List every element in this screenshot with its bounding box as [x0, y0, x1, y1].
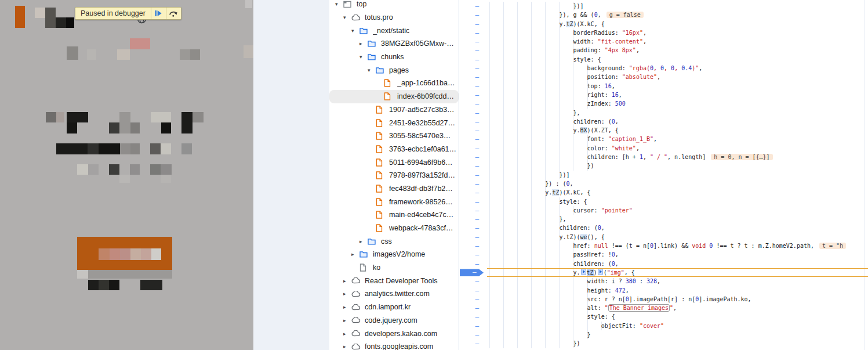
code-line-content[interactable]: height: 472, — [487, 286, 868, 295]
code-line[interactable]: – }) — [459, 161, 868, 170]
tree-item-chunks[interactable]: ▾chunks — [329, 50, 459, 64]
tree-item-css[interactable]: ▸css — [329, 234, 459, 248]
breakpoint-gutter[interactable]: – — [459, 20, 487, 28]
code-line[interactable]: – style: { — [459, 55, 868, 64]
tree-item-3055-58c5470e3-[interactable]: 3055-58c5470e3… — [329, 129, 459, 143]
code-line[interactable]: – position: "absolute", — [459, 73, 868, 81]
code-line-content[interactable]: }) : (0, — [487, 179, 868, 188]
chevron-right-icon[interactable]: ▸ — [343, 331, 351, 337]
code-line[interactable]: – children: (0, — [459, 223, 868, 232]
code-line[interactable]: – y.BX)(X.ZT, { — [459, 126, 868, 135]
breakpoint-gutter[interactable]: – — [459, 206, 487, 215]
chevron-right-icon[interactable]: ▸ — [351, 251, 359, 257]
code-line-content[interactable]: }, — [487, 215, 868, 223]
tree-item-38mgzbxf05gmxw-[interactable]: ▸38MGZBxf05GMxw-… — [329, 37, 459, 50]
chevron-down-icon[interactable]: ▾ — [368, 67, 376, 73]
code-line-content[interactable]: top: 16, — [487, 82, 868, 91]
tree-item-fonts-googleapis-com[interactable]: ▸fonts.googleapis.com — [329, 340, 459, 350]
breakpoint-gutter[interactable]: – — [459, 99, 487, 108]
code-line-content[interactable]: y.tZ)(X.kC, { — [487, 20, 868, 28]
tree-item-1907-ad5c27c3b3-[interactable]: 1907-ad5c27c3b3… — [329, 103, 459, 117]
code-line-content[interactable]: width: i ? 380 : 328, — [487, 277, 868, 286]
code-line[interactable]: – borderRadius: "16px", — [459, 28, 868, 37]
breakpoint-gutter[interactable]: – — [459, 135, 487, 143]
breakpoint-gutter[interactable]: – — [459, 304, 487, 312]
breakpoint-gutter[interactable]: – — [459, 286, 487, 295]
breakpoint-gutter[interactable]: – — [459, 330, 487, 339]
tree-item-cdn-iamport-kr[interactable]: ▸cdn.iamport.kr — [329, 301, 459, 314]
tree-item-main-ed4ceb4c7c-[interactable]: main-ed4ceb4c7c… — [329, 208, 459, 222]
code-line-content[interactable]: zIndex: 500 — [487, 99, 868, 108]
code-line-content[interactable]: children: (0, — [487, 259, 868, 268]
breakpoint-gutter[interactable]: – — [459, 215, 487, 223]
code-line[interactable]: – }) — [459, 339, 868, 348]
code-line[interactable]: – height: 472, — [459, 286, 868, 295]
code-line[interactable]: – width: i ? 380 : 328, — [459, 277, 868, 286]
breakpoint-gutter[interactable]: – — [459, 188, 487, 197]
step-over-button[interactable] — [166, 8, 181, 19]
chevron-right-icon[interactable]: ▸ — [359, 239, 368, 244]
code-line[interactable]: – style: { — [459, 312, 868, 321]
code-line-content[interactable]: }), g && (0,g = false — [487, 10, 868, 19]
breakpoint-gutter[interactable]: – — [459, 179, 487, 188]
chevron-down-icon[interactable]: ▾ — [359, 54, 368, 60]
code-line[interactable]: – width: "fit-content", — [459, 37, 868, 46]
code-line-content[interactable]: style: { — [487, 312, 868, 321]
code-line-content[interactable]: background: "rgba(0, 0, 0, 0.4)", — [487, 64, 868, 73]
code-line[interactable]: – passHref: !0, — [459, 250, 868, 259]
code-line[interactable]: – background: "rgba(0, 0, 0, 0.4)", — [459, 64, 868, 73]
tree-item-developers-kakao-com[interactable]: ▸developers.kakao.com — [329, 327, 459, 340]
tree-item-fec483df-db3f7b2-[interactable]: fec483df-db3f7b2… — [329, 182, 459, 196]
code-line-content[interactable]: children: (0, — [487, 117, 868, 126]
breakpoint-gutter[interactable]: – — [459, 322, 487, 330]
breakpoint-gutter[interactable]: – — [459, 2, 487, 10]
tree-item-framework-98526-[interactable]: framework-98526… — [329, 195, 459, 208]
breakpoint-gutter[interactable]: – — [459, 73, 487, 81]
breakpoint-gutter[interactable]: – — [459, 339, 487, 348]
code-line[interactable]: – }), g && (0,g = false — [459, 10, 868, 19]
code-line[interactable]: – })] — [459, 2, 868, 10]
code-line-content[interactable]: passHref: !0, — [487, 250, 868, 259]
code-line-content[interactable]: y.tZ)("img", { — [487, 268, 868, 277]
tree-item-webpack-478a3cf-[interactable]: webpack-478a3cf… — [329, 222, 459, 235]
breakpoint-gutter[interactable]: – — [459, 144, 487, 153]
tree-item-totus-pro[interactable]: ▾totus.pro — [329, 11, 459, 24]
breakpoint-gutter[interactable]: – — [459, 295, 487, 304]
code-line[interactable]: – padding: "4px 8px", — [459, 46, 868, 55]
code-line[interactable]: – right: 16, — [459, 91, 868, 99]
tree-item-top[interactable]: ▾top — [329, 0, 459, 11]
code-line[interactable]: – }) : (0, — [459, 179, 868, 188]
breakpoint-gutter[interactable]: – — [459, 46, 487, 55]
code-line-content[interactable]: width: "fit-content", — [487, 37, 868, 46]
step-into-target-icon[interactable] — [598, 269, 603, 275]
chevron-right-icon[interactable]: ▸ — [343, 304, 351, 310]
breakpoint-gutter[interactable]: – — [459, 171, 487, 179]
breakpoint-gutter[interactable]: – — [459, 153, 487, 161]
tree-item-7978-897f3a152fd-[interactable]: 7978-897f3a152fd… — [329, 169, 459, 182]
tree-item-2451-9e32b55d27-[interactable]: 2451-9e32b55d27… — [329, 116, 459, 129]
tree-item-imagesv2-home[interactable]: ▸imagesV2/home — [329, 248, 459, 261]
breakpoint-gutter[interactable]: – — [459, 10, 487, 19]
code-line[interactable]: – y.tZ)(we(), { — [459, 233, 868, 241]
breakpoint-gutter[interactable]: – — [459, 55, 487, 64]
breakpoint-gutter[interactable]: – — [459, 82, 487, 91]
breakpoint-gutter[interactable]: – — [459, 233, 487, 241]
code-line[interactable]: – children: (0, — [459, 259, 868, 268]
tree-item-index-6b09fcdd-[interactable]: index-6b09fcdd… — [329, 90, 459, 103]
breakpoint-gutter[interactable]: – — [459, 268, 487, 277]
breakpoint-gutter[interactable]: – — [459, 117, 487, 126]
chevron-right-icon[interactable]: ▸ — [359, 41, 368, 46]
code-line[interactable]: – src: r ? n[0].imagePath[r] : n[0].imag… — [459, 295, 868, 304]
breakpoint-gutter[interactable]: – — [459, 241, 487, 250]
code-line[interactable]: – font: "caption_1_B", — [459, 135, 868, 143]
code-line-content[interactable]: right: 16, — [487, 91, 868, 99]
breakpoint-gutter[interactable]: – — [459, 259, 487, 268]
breakpoint-gutter[interactable]: – — [459, 109, 487, 117]
chevron-right-icon[interactable]: ▸ — [343, 278, 351, 284]
tree-item-3763-ecbc1ef0a61-[interactable]: 3763-ecbc1ef0a61… — [329, 143, 459, 156]
code-line[interactable]: – cursor: "pointer" — [459, 206, 868, 215]
breakpoint-gutter[interactable]: – — [459, 64, 487, 73]
code-line-content[interactable]: style: { — [487, 55, 868, 64]
chevron-right-icon[interactable]: ▸ — [343, 291, 351, 297]
code-line[interactable]: – objectFit: "cover" — [459, 322, 868, 330]
